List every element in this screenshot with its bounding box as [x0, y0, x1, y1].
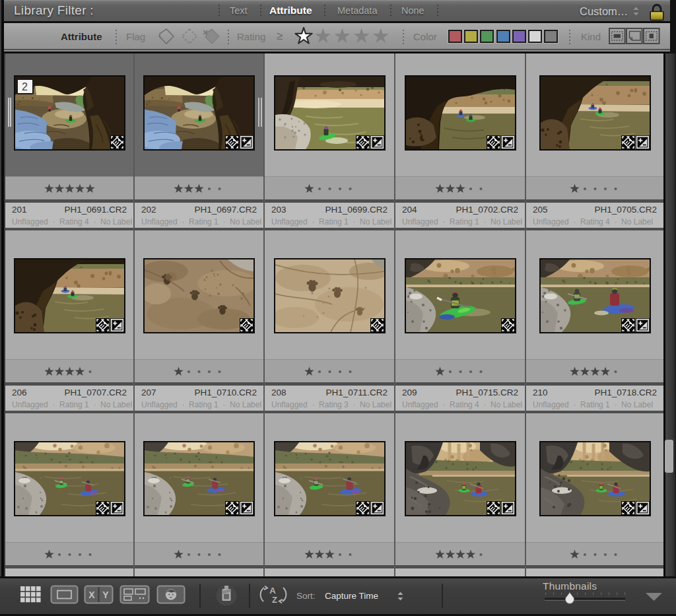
svg-text:Z: Z	[272, 595, 277, 605]
svg-text:A: A	[269, 586, 276, 596]
svg-text:Y: Y	[102, 590, 109, 600]
svg-text:X: X	[88, 590, 95, 600]
